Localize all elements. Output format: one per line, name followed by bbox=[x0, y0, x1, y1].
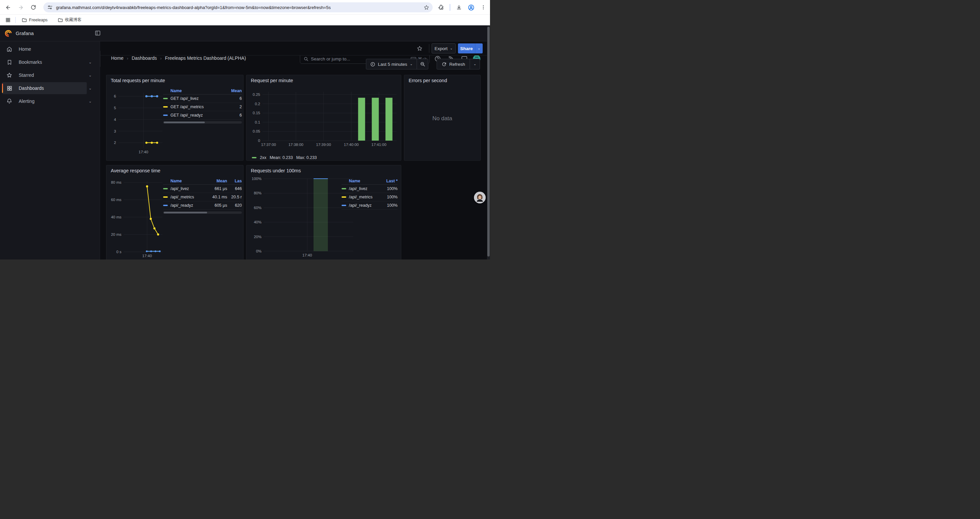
sidebar-item-home[interactable]: Home bbox=[2, 43, 87, 55]
legend-scrollbar[interactable] bbox=[163, 121, 242, 124]
sidebar-item-dashboards[interactable]: Dashboards ⌄ bbox=[2, 82, 87, 94]
svg-text:100%: 100% bbox=[252, 177, 261, 181]
bookmark-folder-freeleaps[interactable]: Freeleaps bbox=[19, 16, 50, 24]
chevron-down-icon: ⌄ bbox=[450, 47, 453, 50]
series-swatch bbox=[163, 188, 168, 189]
assistant-avatar[interactable] bbox=[474, 192, 486, 203]
series-name: GET /api/_livez bbox=[169, 96, 223, 101]
scrollbar-thumb[interactable] bbox=[164, 212, 207, 213]
series-name: /api/_readyz bbox=[169, 203, 207, 208]
sidebar-item-bookmarks[interactable]: Bookmarks ⌄ bbox=[2, 56, 87, 68]
svg-text:0.15: 0.15 bbox=[253, 111, 260, 115]
downloads-icon[interactable] bbox=[455, 3, 463, 11]
time-range-picker[interactable]: Last 5 minutes ⌄ bbox=[366, 59, 417, 69]
series-name: /api/_metrics bbox=[169, 195, 207, 200]
extensions-icon[interactable] bbox=[437, 3, 445, 11]
series-swatch bbox=[163, 205, 168, 206]
chevron-down-icon: ⌄ bbox=[410, 62, 413, 66]
url-input[interactable] bbox=[56, 5, 424, 10]
bookmark-star-icon[interactable] bbox=[424, 5, 429, 10]
forward-icon[interactable] bbox=[16, 3, 25, 12]
legend-row[interactable]: /api/_metrics100% bbox=[342, 193, 398, 201]
series-swatch bbox=[163, 196, 168, 198]
legend-col-name[interactable]: Name bbox=[169, 88, 223, 93]
refresh-icon bbox=[442, 62, 447, 67]
svg-text:17:40: 17:40 bbox=[139, 150, 148, 154]
chevron-down-icon[interactable]: ⌄ bbox=[89, 99, 92, 104]
share-button[interactable]: Share bbox=[458, 43, 475, 53]
bookmarks-divider bbox=[15, 17, 16, 23]
site-settings-icon[interactable] bbox=[48, 5, 53, 10]
legend-col[interactable]: Mean bbox=[223, 88, 242, 93]
sidebar-item-label: Starred bbox=[19, 72, 34, 78]
folder-icon bbox=[58, 18, 63, 23]
series-swatch bbox=[163, 115, 168, 116]
svg-text:3: 3 bbox=[114, 129, 116, 133]
svg-text:17:39:00: 17:39:00 bbox=[316, 143, 331, 147]
legend-col-name[interactable]: Name bbox=[169, 179, 207, 184]
series-swatch bbox=[163, 98, 168, 99]
legend-line[interactable]: 2xx Mean: 0.233 Max: 0.233 bbox=[252, 155, 317, 160]
legend-row[interactable]: /api/_metrics40.1 ms20.5 r bbox=[163, 193, 242, 201]
legend-col-name[interactable]: Name bbox=[347, 179, 379, 184]
export-button[interactable]: Export⌄ bbox=[432, 43, 456, 53]
dock-menu-icon[interactable] bbox=[94, 30, 102, 37]
legend-row[interactable]: /api/_livez100% bbox=[342, 185, 398, 193]
svg-text:0.2: 0.2 bbox=[255, 102, 260, 106]
legend-row[interactable]: /api/_readyz605 µs620 bbox=[163, 201, 242, 210]
chevron-down-icon[interactable]: ⌄ bbox=[89, 60, 92, 64]
legend-row[interactable]: GET /api/_metrics2 bbox=[163, 103, 242, 111]
legend-col[interactable]: Mean bbox=[207, 179, 227, 184]
legend-row[interactable]: GET /api/_readyz6 bbox=[163, 111, 242, 120]
refresh-button[interactable]: Refresh bbox=[437, 59, 470, 69]
series-name: /api/_livez bbox=[347, 186, 379, 191]
sidebar-item-starred[interactable]: Starred ⌄ bbox=[2, 69, 87, 81]
dashboards-grid-icon bbox=[6, 85, 13, 91]
legend-row[interactable]: /api/_readyz100% bbox=[342, 201, 398, 210]
chevron-down-icon[interactable]: ⌄ bbox=[89, 86, 92, 91]
sidebar-item-alerting[interactable]: Alerting ⌄ bbox=[2, 95, 87, 107]
svg-text:5: 5 bbox=[114, 106, 116, 110]
series-value: 100% bbox=[379, 195, 398, 200]
time-range-group: Last 5 minutes ⌄ bbox=[366, 59, 428, 69]
svg-text:6: 6 bbox=[114, 94, 116, 98]
toolbar-divider bbox=[450, 4, 450, 11]
page-scrollbar[interactable] bbox=[487, 26, 490, 260]
legend-table: NameMeanLas/api/_livez661 µs646/api/_met… bbox=[163, 177, 242, 214]
folder-icon bbox=[22, 18, 27, 23]
legend-table: NameLast */api/_livez100%/api/_metrics10… bbox=[342, 177, 398, 210]
legend-row[interactable]: GET /api/_livez6 bbox=[163, 94, 242, 103]
svg-text:17:40: 17:40 bbox=[302, 253, 312, 257]
legend-col[interactable]: Last * bbox=[379, 179, 398, 184]
panel-request-per-minute: Request per minute 0.250.20.150.10.05017… bbox=[246, 75, 401, 161]
zoom-out-button[interactable] bbox=[417, 59, 428, 69]
grafana-brand[interactable]: Grafana bbox=[5, 29, 34, 37]
series-swatch bbox=[342, 196, 346, 198]
legend-col[interactable]: Las bbox=[227, 179, 242, 184]
refresh-interval-button[interactable]: ⌄ bbox=[470, 59, 480, 69]
chevron-down-icon[interactable]: ⌄ bbox=[89, 73, 92, 77]
bookmark-label: 收藏博客 bbox=[65, 17, 82, 23]
url-bar[interactable] bbox=[43, 2, 433, 12]
series-mean: Mean: 0.233 bbox=[269, 155, 293, 160]
bookmark-icon bbox=[6, 59, 13, 65]
scrollbar-thumb[interactable] bbox=[164, 121, 205, 123]
profile-icon[interactable] bbox=[467, 3, 475, 11]
legend-scrollbar[interactable] bbox=[163, 211, 242, 214]
svg-text:17:38:00: 17:38:00 bbox=[288, 143, 304, 147]
series-name: GET /api/_metrics bbox=[169, 105, 223, 109]
favorite-star-icon[interactable] bbox=[415, 45, 424, 53]
bar-chart[interactable]: 0.250.20.150.10.05017:37:0017:38:0017:39… bbox=[247, 75, 402, 161]
grafana-brand-label: Grafana bbox=[16, 30, 34, 36]
series-name: GET /api/_readyz bbox=[169, 113, 223, 118]
apps-grid-icon[interactable] bbox=[4, 16, 12, 24]
chevron-down-icon: ⌄ bbox=[478, 47, 480, 50]
menu-kebab-icon[interactable] bbox=[479, 3, 487, 11]
reload-icon[interactable] bbox=[29, 3, 38, 12]
share-menu-button[interactable]: ⌄ bbox=[475, 43, 483, 53]
bookmark-folder-blogs[interactable]: 收藏博客 bbox=[55, 16, 84, 24]
legend-row[interactable]: /api/_livez661 µs646 bbox=[163, 185, 242, 193]
scrollbar-thumb[interactable] bbox=[487, 27, 490, 257]
back-icon[interactable] bbox=[4, 3, 12, 12]
panel-title[interactable]: Errors per second bbox=[409, 78, 447, 83]
